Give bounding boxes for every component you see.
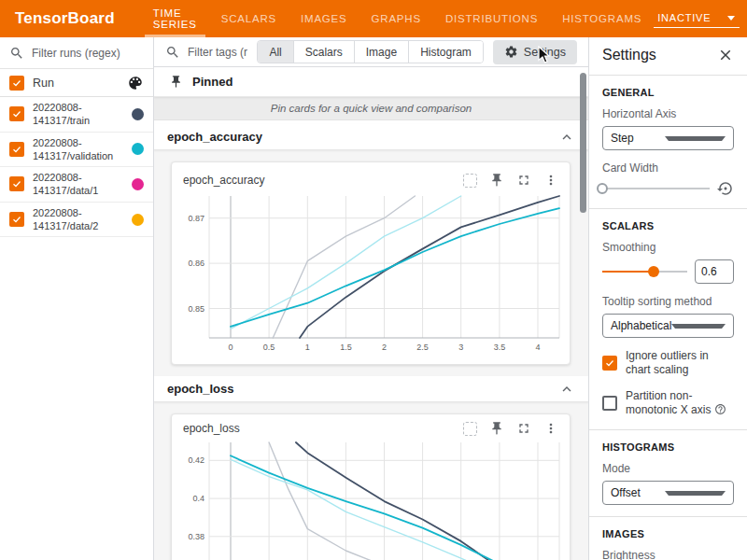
card-title: epoch_accuracy [179, 174, 463, 187]
run-color-dot [132, 108, 144, 120]
smoothing-slider[interactable] [602, 265, 687, 278]
epoch-loss-chart[interactable]: 0.360.380.40.42 [179, 441, 564, 560]
top-bar-actions: INACTIVE [654, 9, 747, 28]
main-scrollbar-thumb[interactable] [580, 73, 586, 213]
settings-button[interactable]: Settings [493, 40, 577, 64]
tab-scalars[interactable]: SCALARS [209, 0, 289, 37]
run-color-dot [132, 214, 144, 226]
svg-text:3.5: 3.5 [494, 343, 506, 352]
search-icon [9, 46, 24, 61]
smoothing-label: Smoothing [602, 241, 734, 254]
runs-filter-row [0, 37, 153, 69]
card-width-slider[interactable] [602, 182, 710, 195]
histogram-mode-label: Mode [602, 462, 734, 475]
horizontal-axis-dropdown[interactable]: Step [602, 126, 734, 150]
more-options-icon[interactable] [543, 173, 558, 188]
tab-graphs[interactable]: GRAPHS [359, 0, 433, 37]
scalar-card-epoch-accuracy: epoch_accuracy 00.511.522.533.540.850.86… [171, 161, 571, 365]
scalar-card-epoch-loss: epoch_loss 0.360.380.40.42 [171, 413, 571, 560]
card-title: epoch_loss [179, 422, 463, 435]
main-tabs: TIME SERIES SCALARS IMAGES GRAPHS DISTRI… [141, 0, 655, 37]
runs-filter-input[interactable] [32, 47, 144, 60]
filter-all-button[interactable]: All [258, 41, 292, 63]
svg-text:0.38: 0.38 [188, 532, 204, 541]
section-header-epoch-loss[interactable]: epoch_loss [154, 376, 588, 402]
tags-filter-input[interactable] [188, 46, 247, 59]
fit-domain-icon[interactable] [463, 422, 477, 436]
fit-domain-icon[interactable] [463, 174, 477, 188]
reset-icon[interactable] [717, 180, 734, 197]
close-icon[interactable] [717, 47, 734, 63]
help-icon[interactable] [714, 403, 726, 415]
svg-text:0.87: 0.87 [188, 214, 204, 223]
svg-text:2: 2 [382, 343, 387, 352]
palette-icon [127, 75, 144, 91]
reload-status-dropdown[interactable]: INACTIVE [654, 9, 740, 28]
pinned-section-header: Pinned [154, 67, 588, 97]
svg-text:2.5: 2.5 [416, 343, 429, 352]
pin-card-icon[interactable] [489, 173, 504, 188]
pin-icon [169, 75, 183, 89]
chevron-up-icon[interactable] [558, 381, 575, 398]
general-section-heading: GENERAL [602, 87, 734, 98]
tab-histograms[interactable]: HISTOGRAMS [550, 0, 654, 37]
filter-histogram-button[interactable]: Histogram [408, 41, 483, 63]
tab-distributions[interactable]: DISTRIBUTIONS [433, 0, 550, 37]
epoch-accuracy-chart[interactable]: 00.511.522.533.540.850.860.87 [179, 192, 564, 357]
runs-table-header: Run [0, 69, 153, 97]
svg-text:1: 1 [305, 343, 310, 352]
ignore-outliers-label: Ignore outliers in chart scaling [626, 349, 734, 377]
top-bar: TensorBoard TIME SERIES SCALARS IMAGES G… [0, 0, 747, 37]
svg-text:0.4: 0.4 [192, 494, 204, 503]
chevron-up-icon[interactable] [558, 129, 575, 146]
main-column: All Scalars Image Histogram Settings Pin… [154, 37, 588, 560]
partition-x-axis-label: Partition non-monotonic X axis [626, 389, 734, 417]
section-header-epoch-accuracy[interactable]: epoch_accuracy [154, 124, 588, 150]
gear-icon [504, 45, 518, 59]
settings-panel-title: Settings [602, 47, 717, 63]
app-logo: TensorBoard [0, 9, 141, 28]
tensorboard-app: TensorBoard TIME SERIES SCALARS IMAGES G… [0, 0, 747, 560]
settings-panel: Settings GENERAL Horizontal Axis Step Ca… [588, 37, 747, 560]
select-all-runs-checkbox[interactable] [9, 76, 24, 91]
run-color-dot [132, 178, 144, 190]
search-icon [165, 45, 180, 60]
run-row-validation: 20220808-141317/validation [0, 133, 153, 168]
tooltip-sorting-label: Tooltip sorting method [602, 295, 734, 308]
tag-type-filter-group: All Scalars Image Histogram [257, 40, 483, 63]
ignore-outliers-checkbox[interactable] [602, 356, 617, 371]
run-row-train: 20220808-141317/train [0, 97, 153, 133]
partition-x-axis-checkbox[interactable] [602, 396, 617, 411]
svg-text:0.5: 0.5 [263, 343, 275, 352]
chevron-down-icon [671, 324, 726, 329]
run-row-data-1: 20220808-141317/data/1 [0, 167, 153, 203]
tags-toolbar: All Scalars Image Histogram Settings [154, 37, 588, 67]
tab-images[interactable]: IMAGES [289, 0, 359, 37]
tooltip-sorting-dropdown[interactable]: Alphabetical [602, 314, 734, 338]
fullscreen-icon[interactable] [516, 421, 531, 436]
run-checkbox[interactable] [9, 106, 24, 121]
run-checkbox[interactable] [9, 212, 24, 227]
filter-scalars-button[interactable]: Scalars [293, 41, 354, 63]
chevron-down-icon [665, 491, 726, 496]
chevron-down-icon [727, 16, 735, 21]
run-checkbox[interactable] [9, 176, 24, 191]
run-checkbox[interactable] [9, 142, 24, 157]
images-section-heading: IMAGES [602, 528, 734, 539]
pin-card-icon[interactable] [489, 421, 504, 436]
histogram-mode-dropdown[interactable]: Offset [602, 481, 734, 505]
more-options-icon[interactable] [543, 421, 558, 436]
horizontal-axis-label: Horizontal Axis [602, 107, 734, 120]
smoothing-value-input[interactable] [695, 259, 734, 284]
fullscreen-icon[interactable] [516, 173, 531, 188]
svg-text:0.85: 0.85 [188, 304, 204, 314]
chevron-down-icon [665, 136, 726, 141]
scalars-section-heading: SCALARS [602, 220, 734, 231]
section-title: epoch_loss [167, 382, 558, 396]
tab-time-series[interactable]: TIME SERIES [141, 0, 209, 37]
histograms-section-heading: HISTOGRAMS [602, 441, 734, 453]
cards-scroll-area: Pinned Pin cards for a quick view and co… [154, 67, 588, 560]
svg-text:3: 3 [458, 343, 463, 352]
filter-image-button[interactable]: Image [354, 41, 408, 63]
svg-text:4: 4 [535, 343, 540, 352]
